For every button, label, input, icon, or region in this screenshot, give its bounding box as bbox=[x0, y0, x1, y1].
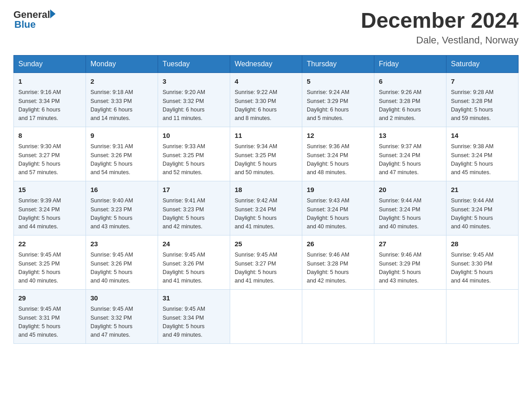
calendar-day-cell: 6Sunrise: 9:26 AMSunset: 3:28 PMDaylight… bbox=[374, 73, 446, 127]
day-info: Sunrise: 9:34 AMSunset: 3:25 PMDaylight:… bbox=[235, 142, 297, 177]
day-number: 3 bbox=[163, 77, 225, 87]
calendar-day-cell bbox=[302, 289, 374, 343]
day-info: Sunrise: 9:26 AMSunset: 3:28 PMDaylight:… bbox=[379, 88, 442, 123]
day-number: 19 bbox=[307, 185, 369, 195]
calendar-day-cell: 3Sunrise: 9:20 AMSunset: 3:32 PMDaylight… bbox=[158, 73, 230, 127]
day-info: Sunrise: 9:44 AMSunset: 3:24 PMDaylight:… bbox=[451, 197, 514, 231]
day-info: Sunrise: 9:37 AMSunset: 3:24 PMDaylight:… bbox=[379, 142, 442, 177]
calendar-day-cell: 23Sunrise: 9:45 AMSunset: 3:26 PMDayligh… bbox=[86, 235, 158, 289]
day-number: 31 bbox=[163, 293, 225, 304]
day-number: 15 bbox=[18, 185, 81, 195]
day-number: 11 bbox=[235, 131, 297, 141]
day-info: Sunrise: 9:43 AMSunset: 3:24 PMDaylight:… bbox=[307, 197, 369, 231]
calendar-week-row: 8Sunrise: 9:30 AMSunset: 3:27 PMDaylight… bbox=[14, 127, 519, 181]
calendar-day-cell: 25Sunrise: 9:45 AMSunset: 3:27 PMDayligh… bbox=[230, 235, 302, 289]
calendar-day-cell: 12Sunrise: 9:36 AMSunset: 3:24 PMDayligh… bbox=[302, 127, 374, 181]
day-info: Sunrise: 9:31 AMSunset: 3:26 PMDaylight:… bbox=[90, 142, 153, 177]
location-subtitle: Dale, Vestland, Norway bbox=[361, 34, 519, 46]
calendar-day-cell: 22Sunrise: 9:45 AMSunset: 3:25 PMDayligh… bbox=[14, 235, 86, 289]
calendar-week-row: 22Sunrise: 9:45 AMSunset: 3:25 PMDayligh… bbox=[14, 235, 519, 289]
calendar-day-cell: 8Sunrise: 9:30 AMSunset: 3:27 PMDaylight… bbox=[14, 127, 86, 181]
day-number: 20 bbox=[379, 185, 442, 195]
calendar-week-row: 15Sunrise: 9:39 AMSunset: 3:24 PMDayligh… bbox=[14, 181, 519, 235]
calendar-header-monday: Monday bbox=[86, 55, 158, 73]
day-info: Sunrise: 9:18 AMSunset: 3:33 PMDaylight:… bbox=[90, 88, 153, 123]
calendar-day-cell: 15Sunrise: 9:39 AMSunset: 3:24 PMDayligh… bbox=[14, 181, 86, 235]
day-number: 24 bbox=[163, 239, 225, 249]
day-info: Sunrise: 9:28 AMSunset: 3:28 PMDaylight:… bbox=[451, 88, 514, 123]
calendar-day-cell: 31Sunrise: 9:45 AMSunset: 3:34 PMDayligh… bbox=[158, 289, 230, 343]
calendar-day-cell: 10Sunrise: 9:33 AMSunset: 3:25 PMDayligh… bbox=[158, 127, 230, 181]
day-number: 28 bbox=[451, 239, 514, 249]
day-info: Sunrise: 9:33 AMSunset: 3:25 PMDaylight:… bbox=[163, 142, 225, 177]
day-number: 13 bbox=[379, 131, 442, 141]
calendar-header-saturday: Saturday bbox=[446, 55, 519, 73]
calendar-day-cell: 7Sunrise: 9:28 AMSunset: 3:28 PMDaylight… bbox=[446, 73, 519, 127]
calendar-header-wednesday: Wednesday bbox=[230, 55, 302, 73]
calendar-day-cell: 19Sunrise: 9:43 AMSunset: 3:24 PMDayligh… bbox=[302, 181, 374, 235]
calendar-day-cell bbox=[374, 289, 446, 343]
calendar-week-row: 1Sunrise: 9:16 AMSunset: 3:34 PMDaylight… bbox=[14, 73, 519, 127]
calendar-day-cell: 18Sunrise: 9:42 AMSunset: 3:24 PMDayligh… bbox=[230, 181, 302, 235]
day-number: 14 bbox=[451, 131, 514, 141]
day-number: 30 bbox=[90, 293, 153, 304]
calendar-day-cell: 26Sunrise: 9:46 AMSunset: 3:28 PMDayligh… bbox=[302, 235, 374, 289]
day-info: Sunrise: 9:22 AMSunset: 3:30 PMDaylight:… bbox=[235, 88, 297, 123]
month-title: December 2024 bbox=[361, 9, 519, 33]
day-number: 10 bbox=[163, 131, 225, 141]
calendar-day-cell: 21Sunrise: 9:44 AMSunset: 3:24 PMDayligh… bbox=[446, 181, 519, 235]
day-number: 27 bbox=[379, 239, 442, 249]
calendar-header-thursday: Thursday bbox=[302, 55, 374, 73]
day-number: 16 bbox=[90, 185, 153, 195]
day-info: Sunrise: 9:45 AMSunset: 3:25 PMDaylight:… bbox=[18, 251, 81, 286]
day-info: Sunrise: 9:45 AMSunset: 3:26 PMDaylight:… bbox=[90, 251, 153, 286]
day-info: Sunrise: 9:44 AMSunset: 3:24 PMDaylight:… bbox=[379, 197, 442, 231]
day-number: 29 bbox=[18, 293, 81, 304]
day-number: 6 bbox=[379, 77, 442, 87]
day-number: 7 bbox=[451, 77, 514, 87]
title-area: December 2024 Dale, Vestland, Norway bbox=[361, 9, 519, 46]
day-number: 21 bbox=[451, 185, 514, 195]
day-number: 12 bbox=[307, 131, 369, 141]
day-number: 5 bbox=[307, 77, 369, 87]
calendar-day-cell: 17Sunrise: 9:41 AMSunset: 3:23 PMDayligh… bbox=[158, 181, 230, 235]
calendar-header-friday: Friday bbox=[374, 55, 446, 73]
day-info: Sunrise: 9:30 AMSunset: 3:27 PMDaylight:… bbox=[18, 142, 81, 177]
day-info: Sunrise: 9:45 AMSunset: 3:32 PMDaylight:… bbox=[90, 305, 153, 340]
calendar-table: SundayMondayTuesdayWednesdayThursdayFrid… bbox=[13, 55, 519, 344]
day-info: Sunrise: 9:46 AMSunset: 3:29 PMDaylight:… bbox=[379, 251, 442, 286]
day-number: 9 bbox=[90, 131, 153, 141]
calendar-day-cell: 20Sunrise: 9:44 AMSunset: 3:24 PMDayligh… bbox=[374, 181, 446, 235]
calendar-day-cell: 27Sunrise: 9:46 AMSunset: 3:29 PMDayligh… bbox=[374, 235, 446, 289]
calendar-day-cell: 14Sunrise: 9:38 AMSunset: 3:24 PMDayligh… bbox=[446, 127, 519, 181]
calendar-day-cell: 5Sunrise: 9:24 AMSunset: 3:29 PMDaylight… bbox=[302, 73, 374, 127]
day-number: 23 bbox=[90, 239, 153, 249]
day-info: Sunrise: 9:24 AMSunset: 3:29 PMDaylight:… bbox=[307, 88, 369, 123]
day-number: 25 bbox=[235, 239, 297, 249]
day-number: 8 bbox=[18, 131, 81, 141]
day-info: Sunrise: 9:42 AMSunset: 3:24 PMDaylight:… bbox=[235, 197, 297, 231]
day-info: Sunrise: 9:41 AMSunset: 3:23 PMDaylight:… bbox=[163, 197, 225, 231]
day-info: Sunrise: 9:45 AMSunset: 3:31 PMDaylight:… bbox=[18, 305, 81, 340]
day-info: Sunrise: 9:45 AMSunset: 3:27 PMDaylight:… bbox=[235, 251, 297, 286]
calendar-day-cell: 16Sunrise: 9:40 AMSunset: 3:23 PMDayligh… bbox=[86, 181, 158, 235]
day-info: Sunrise: 9:38 AMSunset: 3:24 PMDaylight:… bbox=[451, 142, 514, 177]
calendar-day-cell: 9Sunrise: 9:31 AMSunset: 3:26 PMDaylight… bbox=[86, 127, 158, 181]
day-info: Sunrise: 9:16 AMSunset: 3:34 PMDaylight:… bbox=[18, 88, 81, 123]
calendar-day-cell bbox=[446, 289, 519, 343]
calendar-day-cell: 29Sunrise: 9:45 AMSunset: 3:31 PMDayligh… bbox=[14, 289, 86, 343]
logo: General Blue bbox=[13, 9, 56, 30]
day-number: 18 bbox=[235, 185, 297, 195]
calendar-week-row: 29Sunrise: 9:45 AMSunset: 3:31 PMDayligh… bbox=[14, 289, 519, 343]
calendar-day-cell: 2Sunrise: 9:18 AMSunset: 3:33 PMDaylight… bbox=[86, 73, 158, 127]
calendar-day-cell: 4Sunrise: 9:22 AMSunset: 3:30 PMDaylight… bbox=[230, 73, 302, 127]
day-number: 1 bbox=[18, 77, 81, 87]
day-number: 22 bbox=[18, 239, 81, 249]
day-info: Sunrise: 9:46 AMSunset: 3:28 PMDaylight:… bbox=[307, 251, 369, 286]
calendar-day-cell bbox=[230, 289, 302, 343]
calendar-day-cell: 13Sunrise: 9:37 AMSunset: 3:24 PMDayligh… bbox=[374, 127, 446, 181]
calendar-day-cell: 1Sunrise: 9:16 AMSunset: 3:34 PMDaylight… bbox=[14, 73, 86, 127]
day-info: Sunrise: 9:40 AMSunset: 3:23 PMDaylight:… bbox=[90, 197, 153, 231]
day-info: Sunrise: 9:39 AMSunset: 3:24 PMDaylight:… bbox=[18, 197, 81, 231]
page-header: General Blue December 2024 Dale, Vestlan… bbox=[13, 9, 519, 46]
